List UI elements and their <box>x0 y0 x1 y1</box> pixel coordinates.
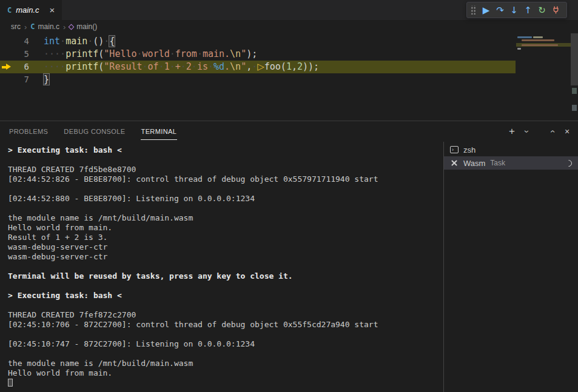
minimap-line <box>533 36 543 38</box>
terminal-line: [02:45:10:706 - 872C2700]: control threa… <box>8 320 443 330</box>
code-line-4[interactable]: 4int·main·()·{ <box>0 35 516 48</box>
continue-button[interactable]: ▶ <box>479 3 493 17</box>
code-editor[interactable]: 4int·main·()·{5····printf("Hello·world·f… <box>0 33 578 121</box>
terminal-line: > Executing task: bash < <box>8 145 443 155</box>
terminal-line <box>8 330 443 339</box>
breadcrumb-label: main.c <box>38 22 59 31</box>
tab-terminal[interactable]: TERMINAL <box>141 123 178 140</box>
c-file-icon: C <box>30 22 35 31</box>
vscode-window: C main.c × ▶↷↓↑↻ src›Cmain.c›main() 4int… <box>0 0 578 392</box>
code-line-6[interactable]: 6····printf("Result·of·1·+·2·is·%d.\n",·… <box>0 61 516 73</box>
panel-header: PROBLEMSDEBUG CONSOLETERMINAL +››× <box>0 121 578 142</box>
close-panel-button[interactable]: × <box>562 127 572 136</box>
terminal-icon <box>450 146 459 153</box>
minimap-line <box>522 44 558 46</box>
tab-label: main.c <box>16 5 39 15</box>
breadcrumb-separator-icon: › <box>63 22 66 32</box>
line-number: 7 <box>24 75 29 84</box>
gutter[interactable]: 6 <box>0 61 29 73</box>
breadcrumb-label: main() <box>76 22 97 31</box>
breadcrumb-item-src[interactable]: src <box>11 22 21 31</box>
symbol-method-icon <box>69 24 75 30</box>
breadcrumb-label: src <box>11 22 21 31</box>
c-file-icon: C <box>7 6 12 15</box>
overview-ruler-mark <box>572 105 577 111</box>
terminal-line: the module name is /mnt/build/main.wasm <box>8 359 443 368</box>
terminal-cursor <box>8 379 13 387</box>
line-number: 5 <box>24 49 29 59</box>
terminal-line: Result of 1 + 2 is 3. <box>8 233 443 242</box>
terminal-line <box>8 301 443 310</box>
terminal-line <box>8 184 443 194</box>
minimap-line <box>517 48 521 50</box>
line-number: 6 <box>24 62 29 71</box>
drag-grip-icon[interactable] <box>471 5 476 15</box>
terminal-line <box>8 281 443 291</box>
minimap-line <box>517 36 532 38</box>
code-lines: 4int·main·()·{5····printf("Hello·world·f… <box>0 35 578 86</box>
terminal-line: wasm-debug-server-ctr <box>8 242 443 252</box>
terminal-line: Terminal will be reused by tasks, press … <box>8 271 443 281</box>
panel-body: > Executing task: bash <THREAD CREATED 7… <box>0 142 578 392</box>
launch-profile-dropdown-icon[interactable]: › <box>522 127 532 136</box>
tools-icon <box>450 159 459 167</box>
terminal-list-meta: Task <box>490 159 505 167</box>
new-terminal-button[interactable]: + <box>507 125 517 138</box>
terminal-line: > Executing task: bash < <box>8 291 443 301</box>
gutter[interactable]: 4 <box>0 35 29 48</box>
code-line-5[interactable]: 5····printf("Hello·world·from·main.\n"); <box>0 48 516 61</box>
debug-toolbar: ▶↷↓↑↻ <box>466 2 567 18</box>
terminal-line <box>8 204 443 213</box>
terminal-line: wasm-debug-server-ctr <box>8 252 443 262</box>
terminal-list-label: Wasm <box>463 159 485 168</box>
panel-actions: +››× <box>507 125 572 138</box>
terminal-output[interactable]: > Executing task: bash <THREAD CREATED 7… <box>0 142 443 392</box>
minimap-line <box>522 39 554 41</box>
debug-current-line-arrow-icon <box>2 64 12 70</box>
breadcrumb-separator-icon: › <box>24 22 27 32</box>
step-out-button[interactable]: ↑ <box>521 3 535 17</box>
close-icon[interactable]: × <box>50 5 55 15</box>
tab-problems[interactable]: PROBLEMS <box>8 123 49 140</box>
terminal-line: [02:44:52:826 - BE8E8700]: control threa… <box>8 174 443 184</box>
terminal-line: [02:45:10:747 - 872C2700]: Listening on … <box>8 339 443 349</box>
editor-tab-bar: C main.c × ▶↷↓↑↻ <box>0 0 578 20</box>
editor-scrollbar[interactable] <box>571 33 578 121</box>
terminal-line <box>8 378 443 388</box>
line-number: 4 <box>24 36 29 46</box>
scrollbar-thumb[interactable] <box>571 33 578 85</box>
breadcrumb: src›Cmain.c›main() <box>0 20 578 33</box>
terminal-list: zshWasmTask <box>443 142 578 392</box>
terminal-list-label: zsh <box>463 145 476 154</box>
terminal-line: [02:44:52:880 - BE8E8700]: Listening on … <box>8 194 443 204</box>
spinner-icon <box>564 158 574 168</box>
terminal-list-item-zsh[interactable]: zsh <box>444 143 578 156</box>
gutter[interactable]: 7 <box>0 73 29 86</box>
panel-tab-strip: PROBLEMSDEBUG CONSOLETERMINAL <box>8 123 507 140</box>
step-over-button[interactable]: ↷ <box>493 3 507 17</box>
terminal-line <box>8 349 443 359</box>
breadcrumb-item-mainc[interactable]: Cmain.c <box>30 22 59 31</box>
breadcrumb-item-main[interactable]: main() <box>69 22 97 31</box>
terminal-line: THREAD CREATED 7fef872c2700 <box>8 310 443 320</box>
step-into-button[interactable]: ↓ <box>507 3 521 17</box>
minimap[interactable] <box>516 35 571 107</box>
disconnect-button[interactable] <box>549 3 563 17</box>
tab-main-c[interactable]: C main.c × <box>0 0 62 20</box>
code-line-7[interactable]: 7} <box>0 73 516 86</box>
restart-button[interactable]: ↻ <box>535 3 549 17</box>
bottom-panel: PROBLEMSDEBUG CONSOLETERMINAL +››× > Exe… <box>0 121 578 392</box>
tab-debug-console[interactable]: DEBUG CONSOLE <box>63 123 126 140</box>
maximize-panel-button[interactable]: › <box>547 127 557 136</box>
gutter[interactable]: 5 <box>0 48 29 61</box>
overview-ruler-mark <box>572 88 577 94</box>
terminal-line: Hello world from main. <box>8 223 443 233</box>
terminal-line: THREAD CREATED 7fd5be8e8700 <box>8 165 443 174</box>
terminal-line: the module name is /mnt/build/main.wasm <box>8 213 443 223</box>
terminal-list-item-wasm[interactable]: WasmTask <box>444 156 578 170</box>
terminal-line <box>8 155 443 165</box>
debug-toolbar-buttons: ▶↷↓↑↻ <box>479 3 563 17</box>
terminal-line: Hello world from main. <box>8 368 443 378</box>
terminal-line <box>8 262 443 271</box>
